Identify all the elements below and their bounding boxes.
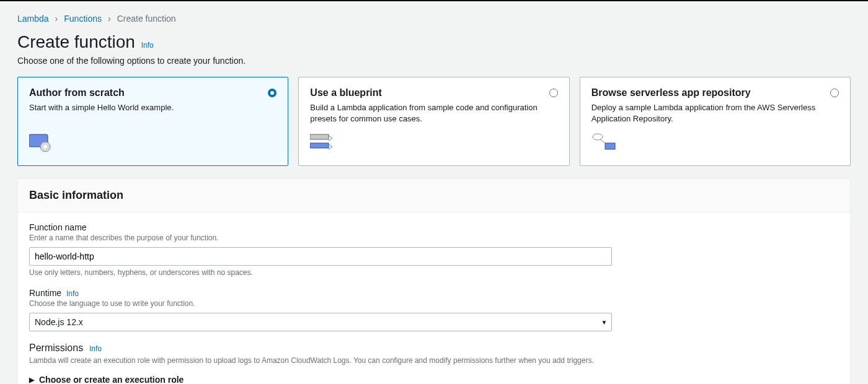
serverless-repo-icon <box>591 133 839 154</box>
expander-label: Choose or create an execution role <box>39 375 184 384</box>
option-desc: Start with a simple Hello World example. <box>29 102 277 123</box>
page-title: Create function <box>17 32 135 52</box>
svg-point-2 <box>43 145 47 149</box>
page-subtitle: Choose one of the following options to c… <box>17 56 851 66</box>
svg-rect-3 <box>310 134 329 139</box>
blueprint-icon <box>310 133 557 154</box>
breadcrumb-lambda[interactable]: Lambda <box>17 14 49 24</box>
author-scratch-icon <box>29 132 277 153</box>
option-desc: Deploy a sample Lambda application from … <box>591 102 839 124</box>
basic-information-panel: Basic information Function name Enter a … <box>17 178 851 384</box>
basic-information-heading: Basic information <box>29 189 839 202</box>
option-author-from-scratch[interactable]: Author from scratch Start with a simple … <box>17 77 288 166</box>
svg-rect-4 <box>310 143 329 148</box>
option-title: Use a blueprint <box>310 87 557 98</box>
panel-header: Basic information <box>18 179 850 212</box>
runtime-field: Runtime Info Choose the language to use … <box>29 288 839 331</box>
function-name-label: Function name <box>29 222 839 232</box>
function-name-hint: Enter a name that describes the purpose … <box>29 233 839 242</box>
option-desc: Build a Lambda application from sample c… <box>310 102 557 124</box>
page-info-link[interactable]: Info <box>141 41 154 50</box>
execution-role-expander[interactable]: ▶ Choose or create an execution role <box>29 375 839 384</box>
creation-options: Author from scratch Start with a simple … <box>17 77 851 166</box>
function-name-input[interactable] <box>29 247 612 266</box>
runtime-select[interactable]: Node.js 12.x <box>29 313 612 331</box>
breadcrumb-current: Create function <box>117 14 176 24</box>
breadcrumb-functions[interactable]: Functions <box>64 14 102 24</box>
option-title: Browse serverless app repository <box>591 87 839 98</box>
triangle-right-icon: ▶ <box>29 376 34 384</box>
permissions-label: Permissions <box>29 343 83 354</box>
radio-icon <box>830 89 839 97</box>
permissions-info-link[interactable]: Info <box>89 344 102 353</box>
radio-icon <box>549 89 558 97</box>
permissions-desc: Lambda will create an execution role wit… <box>29 356 839 365</box>
function-name-field: Function name Enter a name that describe… <box>29 222 839 277</box>
function-name-constraint: Use only letters, numbers, hyphens, or u… <box>29 268 839 277</box>
svg-point-5 <box>593 134 603 140</box>
chevron-right-icon: › <box>108 14 111 24</box>
option-use-blueprint[interactable]: Use a blueprint Build a Lambda applicati… <box>298 77 569 166</box>
option-title: Author from scratch <box>29 87 277 98</box>
option-serverless-repo[interactable]: Browse serverless app repository Deploy … <box>580 77 851 166</box>
chevron-right-icon: › <box>55 14 58 24</box>
breadcrumb: Lambda › Functions › Create function <box>17 9 851 32</box>
runtime-label: Runtime <box>29 288 61 298</box>
svg-rect-6 <box>605 143 615 149</box>
runtime-info-link[interactable]: Info <box>66 289 79 298</box>
runtime-hint: Choose the language to use to write your… <box>29 299 839 308</box>
permissions-section: Permissions Info Lambda will create an e… <box>29 343 839 384</box>
